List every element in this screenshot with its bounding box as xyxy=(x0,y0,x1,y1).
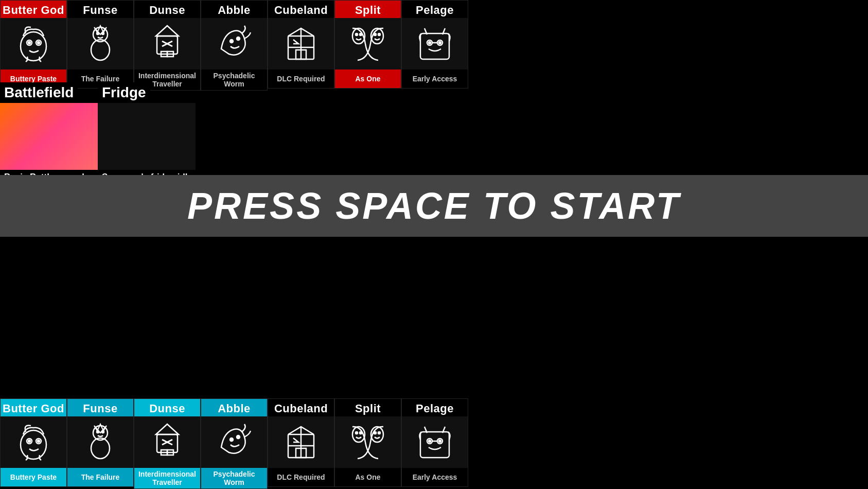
char-card-funse[interactable]: Funse The Failure xyxy=(67,0,134,89)
char-card-dunse[interactable]: Dunse Interdimensional Traveller xyxy=(134,0,201,91)
svg-point-31 xyxy=(429,42,431,44)
char-label: DLC Required xyxy=(268,468,334,486)
char-icon-area xyxy=(335,416,401,468)
char-card-butter-god[interactable]: Butter God Buttery Paste xyxy=(0,0,67,89)
char-icon-area xyxy=(335,18,401,69)
char-label: Early Access xyxy=(402,468,468,486)
svg-point-8 xyxy=(97,32,99,34)
stage-section: Battlefield Basic Battlegrounds Fridge S… xyxy=(0,82,196,184)
char-card-butter-god[interactable]: Butter God Buttery Paste xyxy=(0,398,67,487)
svg-point-0 xyxy=(21,32,46,61)
svg-marker-11 xyxy=(156,26,179,36)
svg-point-43 xyxy=(102,431,104,433)
svg-point-50 xyxy=(230,438,233,441)
svg-point-9 xyxy=(102,32,104,34)
char-label: Interdimensional Traveller xyxy=(134,468,200,488)
char-label: Buttery Paste xyxy=(1,468,66,486)
char-label: As One xyxy=(335,69,401,88)
svg-point-4 xyxy=(38,42,40,44)
fridge-thumb xyxy=(98,103,196,170)
char-card-cubeland[interactable]: Cubeland DLC Required xyxy=(268,0,334,89)
svg-point-51 xyxy=(237,435,240,439)
svg-point-16 xyxy=(230,40,233,43)
char-icon-area xyxy=(1,18,66,69)
svg-rect-62 xyxy=(420,432,449,458)
char-name: Cubeland xyxy=(268,1,334,18)
battlefield-thumb xyxy=(0,103,98,170)
svg-point-38 xyxy=(38,440,40,442)
svg-point-59 xyxy=(360,432,362,434)
bottom-section: Butter God Buttery PasteFunse xyxy=(0,237,868,489)
char-name: Funse xyxy=(67,1,133,18)
press-start-banner: PRESS SPACE TO START xyxy=(0,175,868,237)
char-icon-area xyxy=(67,18,133,69)
svg-point-66 xyxy=(439,440,441,442)
char-card-funse[interactable]: Funse The Failure xyxy=(67,398,134,487)
top-char-grid: Butter God Buttery PasteFunse xyxy=(0,0,468,91)
char-label: Psychadelic Worm xyxy=(201,468,267,488)
top-section: Butter God Buttery PasteFunse xyxy=(0,0,868,175)
char-card-pelage[interactable]: Pelage Early Access xyxy=(401,0,468,89)
char-card-abble[interactable]: Abble Psychadelic Worm xyxy=(201,398,268,489)
svg-point-5 xyxy=(91,40,110,60)
svg-point-58 xyxy=(356,432,358,434)
char-icon-area xyxy=(1,416,66,468)
char-icon-area xyxy=(201,18,267,69)
char-name: Split xyxy=(335,399,401,416)
stage-card-battlefield[interactable]: Battlefield Basic Battlegrounds xyxy=(0,82,98,184)
char-icon-area xyxy=(134,18,200,69)
char-label: DLC Required xyxy=(268,69,334,88)
char-icon-area xyxy=(201,416,267,468)
svg-point-17 xyxy=(237,37,240,40)
char-label: Psychadelic Worm xyxy=(201,69,267,90)
svg-point-65 xyxy=(429,440,431,442)
svg-point-60 xyxy=(374,432,376,434)
char-name: Pelage xyxy=(402,1,468,18)
char-name: Abble xyxy=(201,399,267,416)
char-card-dunse[interactable]: Dunse Interdimensional Traveller xyxy=(134,398,201,489)
fridge-name: Fridge xyxy=(98,82,150,103)
svg-point-34 xyxy=(21,430,46,459)
char-icon-area xyxy=(268,18,334,69)
char-card-abble[interactable]: Abble Psychadelic Worm xyxy=(201,0,268,91)
char-icon-area xyxy=(402,18,468,69)
char-name: Funse xyxy=(67,399,133,416)
char-label: Early Access xyxy=(402,69,468,88)
stage-card-fridge[interactable]: Fridge Someone's fridge idk xyxy=(98,82,196,184)
char-card-cubeland[interactable]: Cubeland DLC Required xyxy=(268,398,334,487)
svg-point-39 xyxy=(91,438,110,459)
char-icon-area xyxy=(268,416,334,468)
char-icon-area xyxy=(402,416,468,468)
bottom-char-grid: Butter God Buttery PasteFunse xyxy=(0,398,468,489)
svg-point-37 xyxy=(28,440,30,442)
svg-point-32 xyxy=(439,42,441,44)
char-icon-area xyxy=(67,416,133,468)
char-icon-area xyxy=(134,416,200,468)
svg-point-25 xyxy=(360,33,362,36)
char-name: Butter God xyxy=(1,399,66,416)
press-start-text: PRESS SPACE TO START xyxy=(187,185,681,227)
svg-point-24 xyxy=(356,33,358,36)
char-card-pelage[interactable]: Pelage Early Access xyxy=(401,398,468,487)
svg-point-26 xyxy=(374,33,376,36)
svg-point-27 xyxy=(378,33,380,36)
char-label: As One xyxy=(335,468,401,486)
svg-point-61 xyxy=(378,432,380,434)
char-name: Butter God xyxy=(1,1,66,18)
char-card-split[interactable]: Split As One xyxy=(334,0,401,89)
char-label: The Failure xyxy=(67,468,133,486)
battlefield-name: Battlefield xyxy=(0,82,78,103)
char-name: Split xyxy=(335,1,401,18)
svg-point-3 xyxy=(28,42,30,44)
char-name: Cubeland xyxy=(268,399,334,416)
svg-rect-28 xyxy=(420,33,449,59)
svg-marker-45 xyxy=(156,424,179,434)
char-card-split[interactable]: Split As One xyxy=(334,398,401,487)
char-name: Abble xyxy=(201,1,267,18)
char-name: Dunse xyxy=(134,399,200,416)
char-name: Dunse xyxy=(134,1,200,18)
char-name: Pelage xyxy=(402,399,468,416)
svg-point-42 xyxy=(97,431,99,433)
